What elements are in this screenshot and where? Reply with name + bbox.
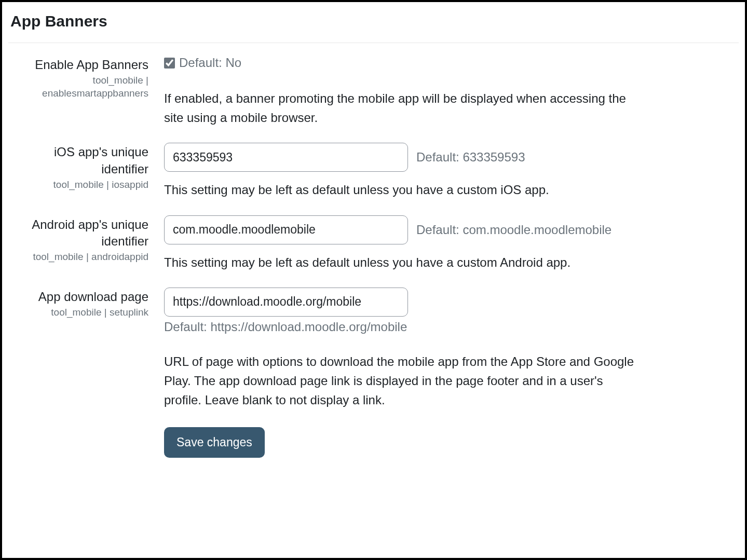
- setting-enable-app-banners: Enable App Banners tool_mobile | enables…: [8, 56, 739, 127]
- settings-frame: App Banners Enable App Banners tool_mobi…: [0, 0, 747, 560]
- setting-android-app-id: Android app's unique identifier tool_mob…: [8, 215, 739, 272]
- save-changes-button[interactable]: Save changes: [164, 427, 265, 458]
- setting-description: This setting may be left as default unle…: [164, 253, 642, 272]
- setting-app-download-page: App download page tool_mobile | setuplin…: [8, 288, 739, 458]
- save-row: Save changes: [164, 427, 739, 458]
- setting-label: Enable App Banners: [8, 57, 148, 73]
- android-app-id-input[interactable]: [164, 215, 408, 244]
- label-col: App download page tool_mobile | setuplin…: [8, 288, 164, 319]
- setting-sublabel: tool_mobile | iosappid: [8, 179, 148, 192]
- setting-sublabel: tool_mobile | enablesmartappbanners: [8, 74, 148, 100]
- control-col: Default: No If enabled, a banner promoti…: [164, 56, 739, 127]
- default-text: Default: com.moodle.moodlemobile: [416, 223, 612, 237]
- setting-label: Android app's unique identifier: [8, 216, 148, 250]
- input-line: Default: com.moodle.moodlemobile: [164, 215, 739, 244]
- page-title: App Banners: [8, 12, 739, 43]
- setting-sublabel: tool_mobile | setuplink: [8, 306, 148, 319]
- default-text: Default: https://download.moodle.org/mob…: [164, 320, 739, 334]
- default-text: Default: 633359593: [416, 150, 525, 165]
- setting-ios-app-id: iOS app's unique identifier tool_mobile …: [8, 143, 739, 199]
- label-col: iOS app's unique identifier tool_mobile …: [8, 143, 164, 191]
- input-line: [164, 288, 739, 317]
- default-text: Default: No: [179, 56, 241, 70]
- ios-app-id-input[interactable]: [164, 143, 408, 172]
- setting-description: This setting may be left as default unle…: [164, 180, 642, 199]
- setting-label: iOS app's unique identifier: [8, 144, 148, 177]
- setting-sublabel: tool_mobile | androidappid: [8, 251, 148, 264]
- input-line: Default: 633359593: [164, 143, 739, 172]
- label-col: Enable App Banners tool_mobile | enables…: [8, 56, 164, 100]
- control-col: Default: com.moodle.moodlemobile This se…: [164, 215, 739, 272]
- label-col: Android app's unique identifier tool_mob…: [8, 215, 164, 264]
- setting-label: App download page: [8, 289, 148, 305]
- setting-description: If enabled, a banner promoting the mobil…: [164, 89, 642, 127]
- control-col: Default: 633359593 This setting may be l…: [164, 143, 739, 199]
- app-download-page-input[interactable]: [164, 288, 408, 317]
- enable-app-banners-checkbox[interactable]: [164, 58, 175, 69]
- checkbox-line: Default: No: [164, 56, 739, 70]
- control-col: Default: https://download.moodle.org/mob…: [164, 288, 739, 458]
- setting-description: URL of page with options to download the…: [164, 352, 642, 410]
